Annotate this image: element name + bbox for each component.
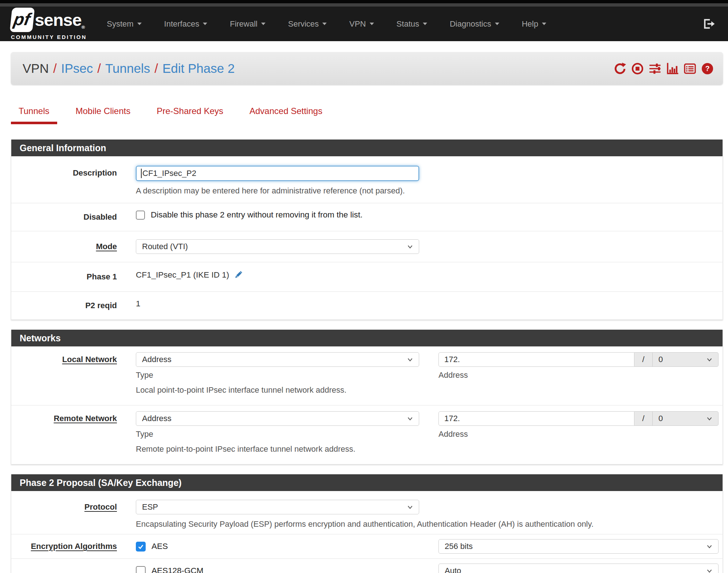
panel-title: General Information	[11, 140, 723, 156]
svg-text:?: ?	[705, 64, 709, 72]
mode-row: Mode Routed (VTI)	[11, 231, 723, 262]
breadcrumb-link-tunnels[interactable]: Tunnels	[105, 61, 150, 75]
chevron-down-icon	[406, 415, 414, 423]
tab-tunnels[interactable]: Tunnels	[11, 104, 57, 124]
mode-select[interactable]: Routed (VTI)	[136, 239, 419, 254]
quick-action-icons: ?	[614, 63, 713, 75]
p2-reqid-row: P2 reqid 1	[11, 292, 723, 319]
sliders-icon[interactable]	[649, 63, 661, 75]
aes128gcm-checkbox[interactable]	[136, 566, 146, 573]
local-network-prefix-select[interactable]: 0	[653, 352, 719, 367]
chevron-down-icon	[705, 567, 713, 573]
pencil-icon[interactable]	[233, 270, 243, 280]
log-list-icon[interactable]	[684, 63, 696, 75]
page-tabs: Tunnels Mobile Clients Pre-Shared Keys A…	[11, 104, 728, 124]
phase1-row: Phase 1 CF1_IPsec_P1 (IKE ID 1)	[11, 262, 723, 292]
disabled-checkbox-label: Disable this phase 2 entry without remov…	[151, 210, 363, 220]
protocol-label: Protocol	[11, 500, 117, 514]
encryption-algorithms-label: Encryption Algorithms	[11, 539, 117, 554]
protocol-row: Protocol ESP Encapsulating Security Payl…	[11, 491, 723, 534]
address-caption: Address	[438, 429, 719, 439]
protocol-help: Encapsulating Security Payload (ESP) per…	[136, 519, 714, 530]
menu-services[interactable]: Services	[277, 19, 338, 29]
remote-network-address-input[interactable]	[438, 411, 634, 426]
breadcrumb-separator: /	[93, 61, 105, 75]
pf-logo-badge: pf	[9, 8, 35, 32]
remote-network-prefix-select[interactable]: 0	[653, 411, 719, 426]
sign-out-icon[interactable]	[703, 18, 715, 30]
slash-separator: /	[634, 411, 653, 426]
stop-icon[interactable]	[631, 63, 644, 75]
chevron-down-icon	[495, 23, 499, 25]
local-network-label: Local Network	[11, 352, 117, 367]
menu-system[interactable]: System	[95, 19, 153, 29]
remote-network-help: Remote point-to-point IPsec interface tu…	[136, 444, 419, 455]
tab-pre-shared-keys[interactable]: Pre-Shared Keys	[149, 104, 231, 124]
phase1-label: Phase 1	[11, 270, 117, 284]
local-network-row: Local Network Address Type Local point-t…	[11, 346, 723, 405]
chevron-down-icon	[423, 23, 427, 25]
local-network-address-input[interactable]	[438, 352, 634, 367]
p2-reqid-value: 1	[136, 298, 141, 309]
encryption-aes-row: Encryption Algorithms AES 256 bits	[11, 534, 723, 559]
networks-panel: Networks Local Network Address Type Loca…	[11, 330, 723, 464]
aes-checkbox[interactable]	[136, 542, 146, 552]
general-information-panel: General Information Description A descri…	[11, 140, 723, 320]
chevron-down-icon	[705, 415, 713, 423]
remote-network-type-select[interactable]: Address	[136, 411, 419, 426]
breadcrumb-link-ipsec[interactable]: IPsec	[61, 61, 93, 75]
description-help: A description may be entered here for ad…	[136, 185, 419, 196]
chevron-down-icon	[542, 23, 546, 25]
chevron-down-icon	[137, 23, 142, 25]
pfsense-logo-row: pf sense®	[11, 8, 87, 32]
tab-advanced-settings[interactable]: Advanced Settings	[242, 104, 330, 124]
breadcrumb-link-edit-phase2[interactable]: Edit Phase 2	[162, 61, 235, 75]
menu-status[interactable]: Status	[385, 19, 438, 29]
browser-edge-strip	[0, 3, 728, 7]
chevron-down-icon	[203, 23, 207, 25]
registered-mark: ®	[82, 24, 85, 30]
menu-firewall[interactable]: Firewall	[219, 19, 277, 29]
phase2-proposal-panel: Phase 2 Proposal (SA/Key Exchange) Proto…	[11, 474, 723, 573]
chevron-down-icon	[322, 23, 327, 25]
encryption-aes128gcm-row: AES128-GCM Auto	[11, 559, 723, 573]
protocol-select[interactable]: ESP	[136, 500, 419, 514]
type-caption: Type	[136, 370, 419, 380]
disabled-checkbox[interactable]	[136, 211, 145, 220]
address-caption: Address	[438, 370, 719, 380]
breadcrumb-separator: /	[150, 61, 162, 75]
local-network-type-select[interactable]: Address	[136, 352, 419, 367]
menu-interfaces[interactable]: Interfaces	[153, 19, 219, 29]
description-row: Description A description may be entered…	[11, 156, 723, 203]
chevron-down-icon	[705, 542, 713, 550]
menu-diagnostics[interactable]: Diagnostics	[438, 19, 511, 29]
p2-reqid-label: P2 reqid	[11, 298, 117, 313]
breadcrumb-panel: VPN/IPsec/Tunnels/Edit Phase 2 ?	[11, 52, 723, 85]
community-edition-label: COMMUNITY EDITION	[11, 34, 87, 40]
phase1-value: CF1_IPsec_P1 (IKE ID 1)	[136, 270, 229, 280]
main-menu: System Interfaces Firewall Services VPN …	[95, 19, 558, 29]
breadcrumb: VPN/IPsec/Tunnels/Edit Phase 2	[11, 61, 235, 76]
disabled-row: Disabled Disable this phase 2 entry with…	[11, 203, 723, 231]
menu-help[interactable]: Help	[511, 19, 558, 29]
breadcrumb-root: VPN	[23, 61, 49, 75]
chevron-down-icon	[406, 503, 414, 511]
type-caption: Type	[136, 429, 419, 439]
bar-chart-icon[interactable]	[666, 63, 678, 75]
tab-mobile-clients[interactable]: Mobile Clients	[68, 104, 138, 124]
mode-label: Mode	[11, 239, 117, 254]
aes128gcm-keylen-select[interactable]: Auto	[438, 564, 719, 573]
pfsense-logo[interactable]: pf sense® COMMUNITY EDITION	[11, 8, 87, 40]
remote-network-row: Remote Network Address Type Remote point…	[11, 405, 723, 464]
remote-network-label: Remote Network	[11, 411, 117, 426]
aes128gcm-checkbox-label: AES128-GCM	[151, 566, 204, 573]
description-input[interactable]	[136, 166, 419, 181]
description-label: Description	[11, 166, 117, 180]
refresh-icon[interactable]	[614, 63, 626, 75]
chevron-down-icon	[406, 356, 414, 364]
local-network-help: Local point-to-point IPsec interface tun…	[136, 385, 419, 396]
help-icon[interactable]: ?	[701, 63, 713, 75]
menu-vpn[interactable]: VPN	[338, 19, 385, 29]
aes-keylen-select[interactable]: 256 bits	[438, 539, 719, 554]
breadcrumb-separator: /	[49, 61, 61, 75]
